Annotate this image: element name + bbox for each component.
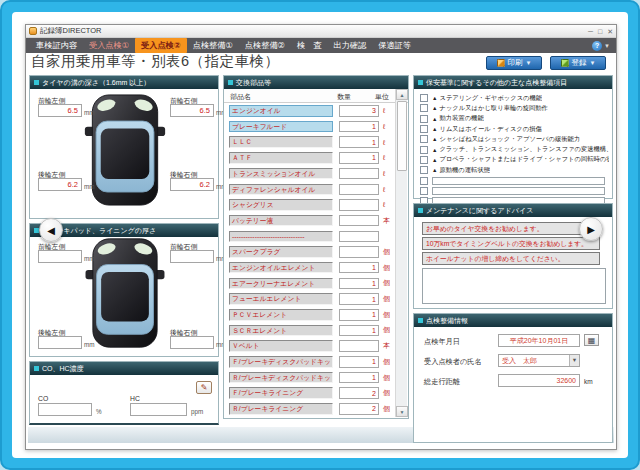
menu-item-seibi2[interactable]: 点検整備②	[239, 38, 291, 53]
next-arrow-button[interactable]: ▶	[579, 217, 603, 241]
checkbox[interactable]	[420, 104, 428, 112]
part-name-field[interactable]: ＬＬＣ	[229, 136, 333, 148]
part-unit-label: 個	[383, 357, 390, 367]
prev-arrow-button[interactable]: ◀	[39, 218, 63, 242]
part-qty-input[interactable]	[339, 231, 379, 243]
part-qty-input[interactable]	[339, 278, 379, 290]
tire-fl-input[interactable]	[38, 104, 82, 117]
advice-note-textarea[interactable]	[422, 268, 606, 304]
minimize-button[interactable]: ─	[588, 26, 593, 37]
checkbox[interactable]	[420, 125, 428, 133]
menu-item-hoteki[interactable]: 保適証等	[372, 38, 417, 53]
part-qty-input[interactable]	[339, 325, 379, 337]
advice-message[interactable]: 10万kmでタイミングベルトの交換をお勧めします。	[422, 237, 600, 250]
part-name-field[interactable]: Ｆ/ブレーキディスクパッドキット	[229, 356, 333, 368]
maximize-button[interactable]: □	[598, 26, 602, 37]
part-qty-input[interactable]	[339, 340, 379, 352]
car-top-view-illustration	[83, 91, 167, 213]
chevron-down-icon[interactable]: ▼	[569, 355, 579, 366]
menu-item-ukeire2[interactable]: 受入点検②	[135, 38, 187, 53]
part-qty-input[interactable]	[339, 403, 379, 415]
part-qty-input[interactable]	[339, 293, 379, 305]
part-qty-input[interactable]	[339, 199, 379, 211]
tire-rr-input[interactable]	[170, 178, 214, 191]
part-unit-label: ℓ	[383, 123, 385, 130]
safety-extra-input[interactable]	[432, 177, 605, 185]
part-name-field[interactable]: ディファレンシャルオイル	[229, 184, 333, 196]
menu-item-shakensho[interactable]: 車検証内容	[30, 38, 83, 53]
tire-rl-input[interactable]	[38, 178, 82, 191]
part-qty-input[interactable]	[339, 215, 379, 227]
brake-fl-input[interactable]	[38, 250, 82, 263]
checkbox[interactable]	[420, 146, 428, 154]
brake-rr-input[interactable]	[170, 336, 214, 349]
part-qty-input[interactable]	[339, 121, 379, 133]
part-name-field[interactable]: ＳＣＲエレメント	[229, 325, 333, 337]
part-qty-input[interactable]	[339, 105, 379, 117]
mileage-field[interactable]: 32600	[498, 374, 580, 387]
part-name-field[interactable]: フューエルエレメント	[229, 293, 333, 305]
part-qty-input[interactable]	[339, 387, 379, 399]
close-button[interactable]: ✕	[607, 26, 613, 37]
help-icon[interactable]: ?	[592, 41, 602, 51]
safety-extra-input[interactable]	[432, 187, 605, 195]
part-name-field[interactable]: バッテリー液	[229, 215, 333, 227]
part-name-field[interactable]: ＰＣＶエレメント	[229, 309, 333, 321]
edit-pencil-button[interactable]: ✎	[196, 381, 212, 394]
part-name-field[interactable]: Ｒ/ブレーキライニング	[229, 403, 333, 415]
part-name-field[interactable]: スパークプラグ	[229, 246, 333, 258]
scroll-up-icon[interactable]: ▲	[396, 89, 408, 100]
part-name-field[interactable]: シャシグリス	[229, 199, 333, 211]
scroll-thumb[interactable]	[397, 101, 407, 171]
checkbox[interactable]	[420, 115, 428, 123]
part-name-field[interactable]: Ｆ/ブレーキライニング	[229, 387, 333, 399]
part-qty-input[interactable]	[339, 246, 379, 258]
brake-rl-input[interactable]	[38, 336, 82, 349]
part-qty-input[interactable]	[339, 309, 379, 321]
panel-bullet-icon	[228, 80, 233, 85]
part-name-field[interactable]: エンジンオイルエレメント	[229, 262, 333, 274]
checkbox[interactable]	[420, 94, 428, 102]
part-name-field[interactable]: トランスミッションオイル	[229, 168, 333, 180]
part-name-field[interactable]: Ｒ/ブレーキディスクパッドキット	[229, 372, 333, 384]
part-qty-input[interactable]	[339, 152, 379, 164]
part-qty-input[interactable]	[339, 262, 379, 274]
menu-item-output[interactable]: 出力確認	[327, 38, 372, 53]
advice-message[interactable]: ホイールナットの増し締めをしてください。	[422, 252, 600, 265]
part-qty-input[interactable]	[339, 356, 379, 368]
checkbox[interactable]	[420, 187, 428, 195]
scroll-down-icon[interactable]: ▼	[396, 406, 408, 417]
part-qty-input[interactable]	[339, 136, 379, 148]
inspector-name-combobox[interactable]: 受入 太郎 ▼	[498, 354, 580, 367]
inspection-date-field[interactable]: 平成20年10月01日	[498, 334, 580, 347]
checkbox[interactable]	[420, 177, 428, 185]
co-input[interactable]	[38, 403, 92, 416]
tire-fr-input[interactable]	[170, 104, 214, 117]
print-button[interactable]: 印刷 ▼	[486, 56, 542, 70]
part-qty-input[interactable]	[339, 372, 379, 384]
part-name-field[interactable]: Ｖベルト	[229, 340, 333, 352]
part-qty-input[interactable]	[339, 184, 379, 196]
advice-message[interactable]: お早めのタイヤ交換をお勧めします。	[422, 222, 600, 235]
part-name-field[interactable]: --------------------------------	[229, 231, 333, 243]
menu-item-kensa[interactable]: 検 査	[291, 38, 328, 53]
register-button[interactable]: 登録 ▼	[550, 56, 606, 70]
tire-rl-unit: mm	[84, 183, 95, 190]
chevron-down-icon[interactable]: ▼	[604, 43, 610, 49]
menu-item-seibi1[interactable]: 点検整備①	[187, 38, 239, 53]
parts-scrollbar[interactable]: ▲ ▼	[395, 89, 407, 417]
part-qty-input[interactable]	[339, 168, 379, 180]
brake-fr-input[interactable]	[170, 250, 214, 263]
part-unit-label: ℓ	[383, 139, 385, 146]
part-unit-label: 本	[383, 216, 390, 226]
part-name-field[interactable]: ブレーキフルード	[229, 121, 333, 133]
checkbox[interactable]	[420, 135, 428, 143]
part-name-field[interactable]: エアークリーナエレメント	[229, 278, 333, 290]
calendar-icon[interactable]: ▦	[584, 334, 599, 346]
part-name-field[interactable]: エンジンオイル	[229, 105, 333, 117]
menu-item-ukeire1[interactable]: 受入点検①	[83, 38, 135, 53]
part-name-field[interactable]: ＡＴＦ	[229, 152, 333, 164]
checkbox[interactable]	[420, 156, 428, 164]
hc-input[interactable]	[130, 403, 187, 416]
checkbox[interactable]	[420, 166, 428, 174]
